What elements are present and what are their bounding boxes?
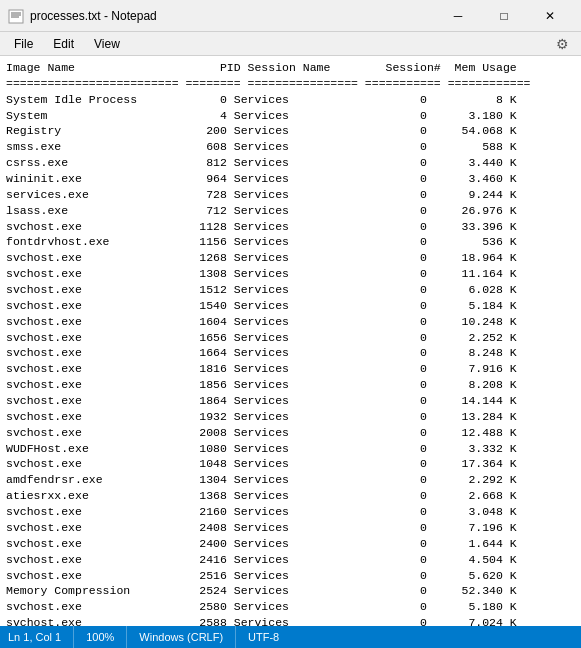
menu-edit[interactable]: Edit: [43, 35, 84, 53]
menu-items: File Edit View: [4, 35, 130, 53]
menu-bar: File Edit View ⚙: [0, 32, 581, 56]
cursor-position: Ln 1, Col 1: [8, 626, 74, 648]
menu-file[interactable]: File: [4, 35, 43, 53]
line-ending: Windows (CRLF): [127, 626, 236, 648]
editor-area: Image Name PID Session Name Session# Mem…: [0, 56, 581, 626]
settings-icon[interactable]: ⚙: [548, 34, 577, 54]
maximize-button[interactable]: □: [481, 0, 527, 32]
status-bar: Ln 1, Col 1 100% Windows (CRLF) UTF-8: [0, 626, 581, 648]
editor-scroll[interactable]: Image Name PID Session Name Session# Mem…: [0, 56, 581, 626]
close-button[interactable]: ✕: [527, 0, 573, 32]
editor-text[interactable]: Image Name PID Session Name Session# Mem…: [0, 60, 581, 626]
app-icon: [8, 8, 24, 24]
minimize-button[interactable]: ─: [435, 0, 481, 32]
encoding: UTF-8: [236, 626, 291, 648]
title-bar: processes.txt - Notepad ─ □ ✕: [0, 0, 581, 32]
window-title: processes.txt - Notepad: [30, 9, 435, 23]
window-controls: ─ □ ✕: [435, 0, 573, 32]
zoom-level: 100%: [74, 626, 127, 648]
menu-view[interactable]: View: [84, 35, 130, 53]
